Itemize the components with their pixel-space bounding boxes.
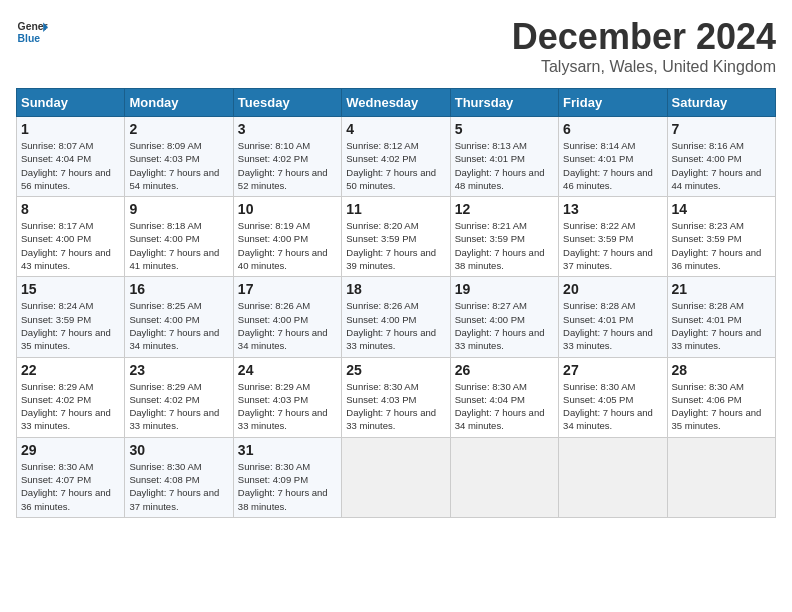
sunrise-text: Sunrise: 8:30 AM (455, 381, 527, 392)
sunrise-text: Sunrise: 8:23 AM (672, 220, 744, 231)
day-info: Sunrise: 8:16 AM Sunset: 4:00 PM Dayligh… (672, 139, 771, 192)
sunrise-text: Sunrise: 8:12 AM (346, 140, 418, 151)
sunset-text: Sunset: 4:00 PM (129, 314, 199, 325)
sunset-text: Sunset: 4:02 PM (129, 394, 199, 405)
daylight-text: Daylight: 7 hours and 33 minutes. (129, 407, 219, 431)
sunset-text: Sunset: 4:01 PM (563, 153, 633, 164)
calendar-cell (450, 437, 558, 517)
sunrise-text: Sunrise: 8:30 AM (238, 461, 310, 472)
calendar-cell: 9 Sunrise: 8:18 AM Sunset: 4:00 PM Dayli… (125, 197, 233, 277)
day-number: 30 (129, 442, 228, 458)
sunrise-text: Sunrise: 8:30 AM (672, 381, 744, 392)
sunset-text: Sunset: 3:59 PM (455, 233, 525, 244)
sunset-text: Sunset: 4:00 PM (238, 314, 308, 325)
day-number: 1 (21, 121, 120, 137)
daylight-text: Daylight: 7 hours and 41 minutes. (129, 247, 219, 271)
day-number: 24 (238, 362, 337, 378)
calendar-cell: 22 Sunrise: 8:29 AM Sunset: 4:02 PM Dayl… (17, 357, 125, 437)
sunset-text: Sunset: 4:03 PM (129, 153, 199, 164)
day-info: Sunrise: 8:09 AM Sunset: 4:03 PM Dayligh… (129, 139, 228, 192)
sunrise-text: Sunrise: 8:30 AM (346, 381, 418, 392)
day-info: Sunrise: 8:28 AM Sunset: 4:01 PM Dayligh… (672, 299, 771, 352)
header-cell-thursday: Thursday (450, 89, 558, 117)
day-number: 25 (346, 362, 445, 378)
calendar-title: December 2024 (512, 16, 776, 58)
calendar-cell: 3 Sunrise: 8:10 AM Sunset: 4:02 PM Dayli… (233, 117, 341, 197)
day-info: Sunrise: 8:29 AM Sunset: 4:02 PM Dayligh… (21, 380, 120, 433)
calendar-cell: 21 Sunrise: 8:28 AM Sunset: 4:01 PM Dayl… (667, 277, 775, 357)
day-info: Sunrise: 8:23 AM Sunset: 3:59 PM Dayligh… (672, 219, 771, 272)
day-number: 27 (563, 362, 662, 378)
daylight-text: Daylight: 7 hours and 43 minutes. (21, 247, 111, 271)
sunrise-text: Sunrise: 8:22 AM (563, 220, 635, 231)
sunset-text: Sunset: 4:00 PM (129, 233, 199, 244)
calendar-cell: 4 Sunrise: 8:12 AM Sunset: 4:02 PM Dayli… (342, 117, 450, 197)
sunrise-text: Sunrise: 8:13 AM (455, 140, 527, 151)
calendar-cell: 25 Sunrise: 8:30 AM Sunset: 4:03 PM Dayl… (342, 357, 450, 437)
week-row-4: 22 Sunrise: 8:29 AM Sunset: 4:02 PM Dayl… (17, 357, 776, 437)
day-number: 20 (563, 281, 662, 297)
sunrise-text: Sunrise: 8:26 AM (238, 300, 310, 311)
day-number: 13 (563, 201, 662, 217)
day-info: Sunrise: 8:19 AM Sunset: 4:00 PM Dayligh… (238, 219, 337, 272)
calendar-cell (559, 437, 667, 517)
logo-icon: General Blue (16, 16, 48, 48)
daylight-text: Daylight: 7 hours and 36 minutes. (672, 247, 762, 271)
day-number: 5 (455, 121, 554, 137)
calendar-cell: 28 Sunrise: 8:30 AM Sunset: 4:06 PM Dayl… (667, 357, 775, 437)
sunset-text: Sunset: 3:59 PM (672, 233, 742, 244)
day-info: Sunrise: 8:24 AM Sunset: 3:59 PM Dayligh… (21, 299, 120, 352)
day-number: 3 (238, 121, 337, 137)
day-info: Sunrise: 8:30 AM Sunset: 4:05 PM Dayligh… (563, 380, 662, 433)
sunrise-text: Sunrise: 8:25 AM (129, 300, 201, 311)
daylight-text: Daylight: 7 hours and 33 minutes. (238, 407, 328, 431)
day-info: Sunrise: 8:22 AM Sunset: 3:59 PM Dayligh… (563, 219, 662, 272)
calendar-cell: 1 Sunrise: 8:07 AM Sunset: 4:04 PM Dayli… (17, 117, 125, 197)
day-number: 12 (455, 201, 554, 217)
calendar-cell: 23 Sunrise: 8:29 AM Sunset: 4:02 PM Dayl… (125, 357, 233, 437)
header-cell-friday: Friday (559, 89, 667, 117)
calendar-cell (667, 437, 775, 517)
daylight-text: Daylight: 7 hours and 39 minutes. (346, 247, 436, 271)
calendar-cell: 18 Sunrise: 8:26 AM Sunset: 4:00 PM Dayl… (342, 277, 450, 357)
sunrise-text: Sunrise: 8:09 AM (129, 140, 201, 151)
sunrise-text: Sunrise: 8:10 AM (238, 140, 310, 151)
sunset-text: Sunset: 4:05 PM (563, 394, 633, 405)
sunset-text: Sunset: 4:02 PM (238, 153, 308, 164)
sunrise-text: Sunrise: 8:20 AM (346, 220, 418, 231)
day-info: Sunrise: 8:28 AM Sunset: 4:01 PM Dayligh… (563, 299, 662, 352)
day-number: 21 (672, 281, 771, 297)
sunrise-text: Sunrise: 8:29 AM (21, 381, 93, 392)
sunset-text: Sunset: 4:04 PM (21, 153, 91, 164)
day-number: 4 (346, 121, 445, 137)
sunset-text: Sunset: 3:59 PM (346, 233, 416, 244)
daylight-text: Daylight: 7 hours and 37 minutes. (563, 247, 653, 271)
daylight-text: Daylight: 7 hours and 38 minutes. (455, 247, 545, 271)
calendar-cell: 19 Sunrise: 8:27 AM Sunset: 4:00 PM Dayl… (450, 277, 558, 357)
sunrise-text: Sunrise: 8:19 AM (238, 220, 310, 231)
calendar-cell: 20 Sunrise: 8:28 AM Sunset: 4:01 PM Dayl… (559, 277, 667, 357)
calendar-cell: 8 Sunrise: 8:17 AM Sunset: 4:00 PM Dayli… (17, 197, 125, 277)
sunset-text: Sunset: 3:59 PM (563, 233, 633, 244)
day-info: Sunrise: 8:30 AM Sunset: 4:03 PM Dayligh… (346, 380, 445, 433)
title-section: December 2024 Talysarn, Wales, United Ki… (512, 16, 776, 76)
daylight-text: Daylight: 7 hours and 46 minutes. (563, 167, 653, 191)
day-info: Sunrise: 8:21 AM Sunset: 3:59 PM Dayligh… (455, 219, 554, 272)
sunset-text: Sunset: 4:01 PM (563, 314, 633, 325)
calendar-cell (342, 437, 450, 517)
sunset-text: Sunset: 4:06 PM (672, 394, 742, 405)
day-info: Sunrise: 8:20 AM Sunset: 3:59 PM Dayligh… (346, 219, 445, 272)
day-info: Sunrise: 8:17 AM Sunset: 4:00 PM Dayligh… (21, 219, 120, 272)
daylight-text: Daylight: 7 hours and 33 minutes. (563, 327, 653, 351)
daylight-text: Daylight: 7 hours and 56 minutes. (21, 167, 111, 191)
daylight-text: Daylight: 7 hours and 34 minutes. (563, 407, 653, 431)
sunset-text: Sunset: 4:00 PM (672, 153, 742, 164)
calendar-cell: 24 Sunrise: 8:29 AM Sunset: 4:03 PM Dayl… (233, 357, 341, 437)
calendar-cell: 13 Sunrise: 8:22 AM Sunset: 3:59 PM Dayl… (559, 197, 667, 277)
calendar-cell: 17 Sunrise: 8:26 AM Sunset: 4:00 PM Dayl… (233, 277, 341, 357)
sunset-text: Sunset: 4:00 PM (238, 233, 308, 244)
day-info: Sunrise: 8:27 AM Sunset: 4:00 PM Dayligh… (455, 299, 554, 352)
sunset-text: Sunset: 4:03 PM (346, 394, 416, 405)
day-info: Sunrise: 8:29 AM Sunset: 4:02 PM Dayligh… (129, 380, 228, 433)
day-number: 2 (129, 121, 228, 137)
